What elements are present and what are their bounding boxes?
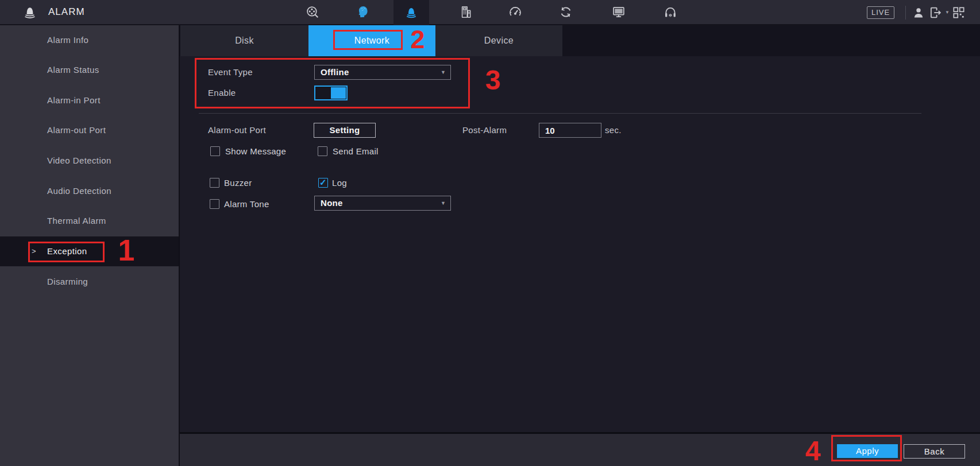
nav-pos-icon[interactable] bbox=[447, 0, 483, 24]
alarm-out-setting-button[interactable]: Setting bbox=[314, 123, 376, 138]
event-type-dropdown[interactable]: Offline ▼ bbox=[314, 65, 451, 80]
sidebar-item-thermal-alarm[interactable]: Thermal Alarm bbox=[0, 206, 179, 236]
sidebar-item-disarming[interactable]: Disarming bbox=[0, 267, 179, 297]
tab-disk[interactable]: Disk bbox=[180, 25, 308, 56]
send-email-label: Send Email bbox=[333, 146, 379, 156]
header-bar: ALARM LIVE ▼ bbox=[0, 0, 980, 25]
check-icon: ✓ bbox=[319, 177, 327, 188]
sidebar: Alarm Info Alarm Status Alarm-in Port Al… bbox=[0, 25, 179, 466]
log-label: Log bbox=[332, 178, 347, 188]
sidebar-item-alarm-info[interactable]: Alarm Info bbox=[0, 25, 179, 55]
qr-code-icon[interactable] bbox=[951, 5, 966, 20]
enable-toggle[interactable] bbox=[314, 86, 348, 100]
header-divider bbox=[905, 6, 906, 20]
apply-button[interactable]: Apply bbox=[837, 444, 898, 458]
chevron-right-icon: > bbox=[32, 236, 36, 266]
logout-icon[interactable] bbox=[928, 5, 943, 20]
post-alarm-unit: sec. bbox=[605, 123, 622, 138]
buzzer-label: Buzzer bbox=[224, 178, 252, 188]
tab-strip: Disk Network Device bbox=[180, 25, 980, 56]
alarm-tone-checkbox[interactable] bbox=[210, 199, 219, 209]
page-title: ALARM bbox=[48, 0, 85, 24]
dropdown-arrow-icon: ▼ bbox=[441, 200, 446, 206]
dropdown-arrow-icon: ▼ bbox=[441, 69, 446, 75]
log-checkbox[interactable]: ✓ bbox=[318, 178, 328, 188]
sidebar-item-alarm-in-port[interactable]: Alarm-in Port bbox=[0, 86, 179, 115]
nav-maintain-icon[interactable] bbox=[497, 0, 533, 24]
buzzer-checkbox[interactable] bbox=[210, 178, 219, 188]
send-email-checkbox[interactable] bbox=[318, 146, 327, 156]
nav-audio-talk-icon[interactable] bbox=[653, 0, 688, 24]
sidebar-item-alarm-status[interactable]: Alarm Status bbox=[0, 55, 179, 85]
toggle-knob bbox=[331, 87, 346, 99]
alarm-tone-dropdown[interactable]: None ▼ bbox=[314, 196, 451, 211]
sidebar-item-audio-detection[interactable]: Audio Detection bbox=[0, 176, 179, 206]
alarm-out-port-label: Alarm-out Port bbox=[208, 123, 266, 138]
nav-playback-search-icon[interactable] bbox=[295, 0, 330, 24]
event-type-label: Event Type bbox=[208, 65, 253, 80]
network-exception-form: Event Type Offline ▼ Enable Alarm-out Po… bbox=[180, 56, 980, 430]
sidebar-item-alarm-out-port[interactable]: Alarm-out Port bbox=[0, 115, 179, 145]
tab-network[interactable]: Network bbox=[308, 25, 435, 56]
back-button[interactable]: Back bbox=[904, 444, 965, 459]
tab-device[interactable]: Device bbox=[435, 25, 562, 56]
user-icon[interactable] bbox=[911, 5, 926, 20]
alarm-tone-value: None bbox=[321, 196, 343, 210]
event-type-value: Offline bbox=[321, 65, 349, 79]
nav-alarm-icon[interactable] bbox=[393, 0, 429, 25]
sidebar-item-video-detection[interactable]: Video Detection bbox=[0, 146, 179, 176]
alarm-tone-label: Alarm Tone bbox=[224, 199, 269, 209]
post-alarm-input[interactable] bbox=[539, 123, 601, 138]
post-alarm-label: Post-Alarm bbox=[462, 123, 507, 138]
nav-ai-mode-icon[interactable] bbox=[345, 0, 381, 24]
alarm-settings-screen: ALARM LIVE ▼ bbox=[0, 0, 980, 466]
show-message-checkbox[interactable] bbox=[210, 146, 220, 156]
sidebar-item-exception[interactable]: > Exception bbox=[0, 236, 179, 266]
sidebar-item-label: Exception bbox=[47, 246, 87, 256]
live-badge: LIVE bbox=[867, 6, 894, 19]
show-message-label: Show Message bbox=[225, 146, 286, 156]
form-divider bbox=[199, 113, 921, 114]
nav-backup-icon[interactable] bbox=[548, 0, 584, 24]
nav-display-icon[interactable] bbox=[601, 0, 636, 24]
user-menu-caret-icon[interactable]: ▼ bbox=[945, 10, 950, 15]
siren-logo-icon bbox=[22, 5, 38, 21]
enable-label: Enable bbox=[208, 86, 236, 100]
content-region: Disk Network Device Event Type Offline ▼… bbox=[179, 25, 980, 466]
footer-bar: Apply Back bbox=[180, 432, 980, 466]
